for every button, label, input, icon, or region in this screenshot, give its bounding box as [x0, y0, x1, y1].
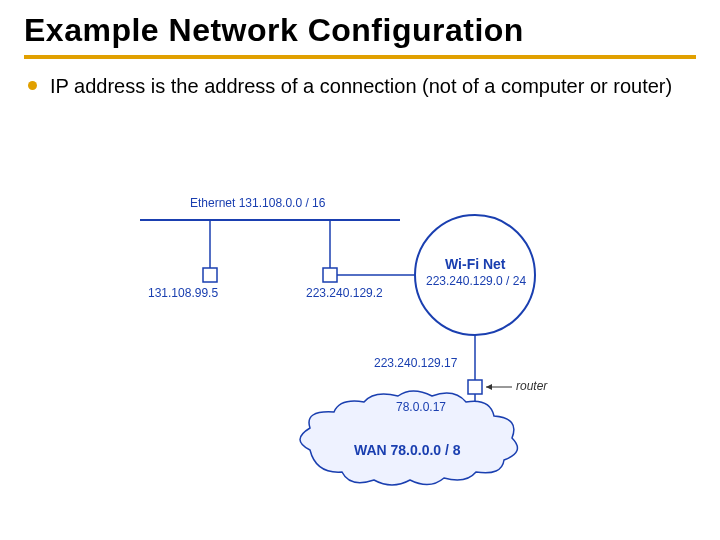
bullet-list: IP address is the address of a connectio…: [24, 73, 696, 100]
title-underline: [24, 55, 696, 59]
wan-label: WAN 78.0.0.0 / 8: [354, 442, 461, 458]
host1-ip-label: 131.108.99.5: [148, 286, 218, 300]
svg-rect-4: [323, 268, 337, 282]
router-wan-ip-label: 78.0.0.17: [396, 400, 446, 414]
bullet-item: IP address is the address of a connectio…: [24, 73, 696, 100]
host2-ip-label: 223.240.129.2: [306, 286, 383, 300]
svg-rect-3: [203, 268, 217, 282]
svg-marker-10: [486, 384, 492, 390]
ethernet-label: Ethernet 131.108.0.0 / 16: [190, 196, 325, 210]
router-wifi-ip-label: 223.240.129.17: [374, 356, 457, 370]
slide: Example Network Configuration IP address…: [0, 0, 720, 540]
svg-rect-8: [468, 380, 482, 394]
bullet-dot-icon: [28, 81, 37, 90]
bullet-text: IP address is the address of a connectio…: [50, 75, 672, 97]
slide-title: Example Network Configuration: [24, 12, 696, 49]
wifi-net-label: 223.240.129.0 / 24: [426, 274, 526, 288]
wifi-name-label: Wi-Fi Net: [445, 256, 506, 272]
network-diagram: Ethernet 131.108.0.0 / 16 131.108.99.5 2…: [120, 190, 620, 490]
router-label: router: [516, 379, 547, 393]
